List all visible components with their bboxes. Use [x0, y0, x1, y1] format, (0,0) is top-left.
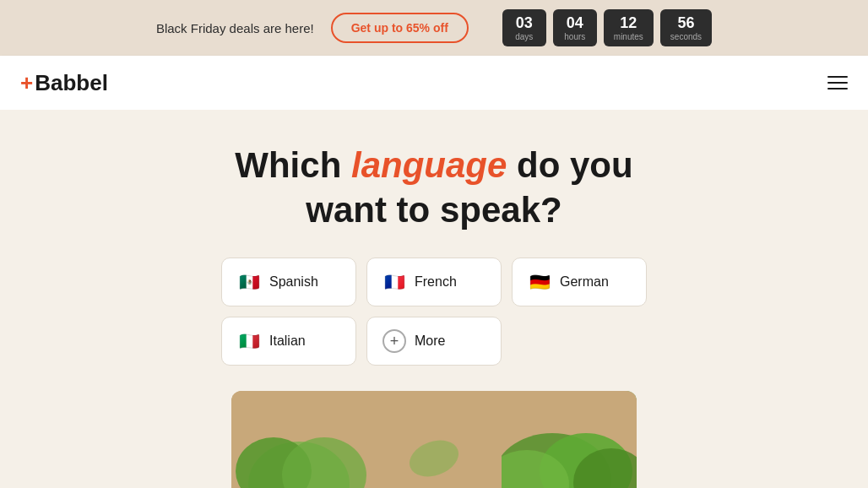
- countdown-hours-label: hours: [563, 32, 587, 41]
- language-grid: 🇲🇽 Spanish 🇫🇷 French 🇩🇪 German 🇮🇹 Italia…: [221, 258, 647, 366]
- countdown-days-label: days: [513, 32, 536, 41]
- main-content: Which language do youwant to speak? 🇲🇽 S…: [0, 110, 868, 488]
- navbar: +Babbel: [0, 56, 868, 110]
- more-label: More: [415, 333, 445, 349]
- countdown-seconds-value: 56: [670, 14, 702, 33]
- flag-italian: 🇮🇹: [237, 329, 261, 353]
- language-card-italian[interactable]: 🇮🇹 Italian: [221, 317, 356, 366]
- logo-plus: +: [20, 70, 33, 96]
- countdown-timer: 03 days 04 hours 12 minutes 56 seconds: [502, 9, 712, 47]
- flag-german: 🇩🇪: [528, 270, 551, 294]
- menu-line-3: [827, 88, 848, 89]
- more-icon: +: [382, 329, 406, 353]
- countdown-minutes-label: minutes: [614, 32, 643, 41]
- banner-cta-button[interactable]: Get up to 65% off: [331, 13, 469, 43]
- countdown-hours: 04 hours: [553, 9, 597, 47]
- countdown-days: 03 days: [502, 9, 546, 47]
- headline: Which language do youwant to speak?: [235, 144, 632, 232]
- language-name-french: French: [415, 274, 457, 290]
- language-card-german[interactable]: 🇩🇪 German: [512, 258, 647, 306]
- countdown-days-value: 03: [513, 14, 536, 33]
- language-name-spanish: Spanish: [269, 274, 318, 290]
- plant-illustration: [231, 391, 637, 488]
- countdown-seconds-label: seconds: [670, 32, 702, 41]
- promo-banner: Black Friday deals are here! Get up to 6…: [0, 0, 868, 56]
- menu-line-1: [827, 76, 848, 78]
- language-card-french[interactable]: 🇫🇷 French: [366, 258, 502, 306]
- language-card-spanish[interactable]: 🇲🇽 Spanish: [221, 258, 356, 306]
- hamburger-menu-button[interactable]: [827, 76, 848, 89]
- countdown-seconds: 56 seconds: [660, 9, 712, 47]
- headline-italic: language: [351, 145, 507, 185]
- headline-part1: Which: [235, 145, 351, 185]
- language-name-italian: Italian: [269, 333, 306, 349]
- language-name-german: German: [560, 274, 609, 290]
- banner-text: Black Friday deals are here!: [156, 21, 314, 35]
- flag-french: 🇫🇷: [382, 270, 406, 294]
- countdown-minutes: 12 minutes: [604, 9, 654, 47]
- countdown-hours-value: 04: [563, 14, 587, 33]
- countdown-minutes-value: 12: [614, 14, 643, 33]
- flag-spanish: 🇲🇽: [237, 270, 261, 294]
- logo-name: Babbel: [35, 70, 108, 96]
- menu-line-2: [827, 82, 848, 84]
- hero-image: [231, 391, 637, 488]
- babbel-logo[interactable]: +Babbel: [20, 70, 108, 96]
- more-languages-button[interactable]: + More: [366, 317, 502, 366]
